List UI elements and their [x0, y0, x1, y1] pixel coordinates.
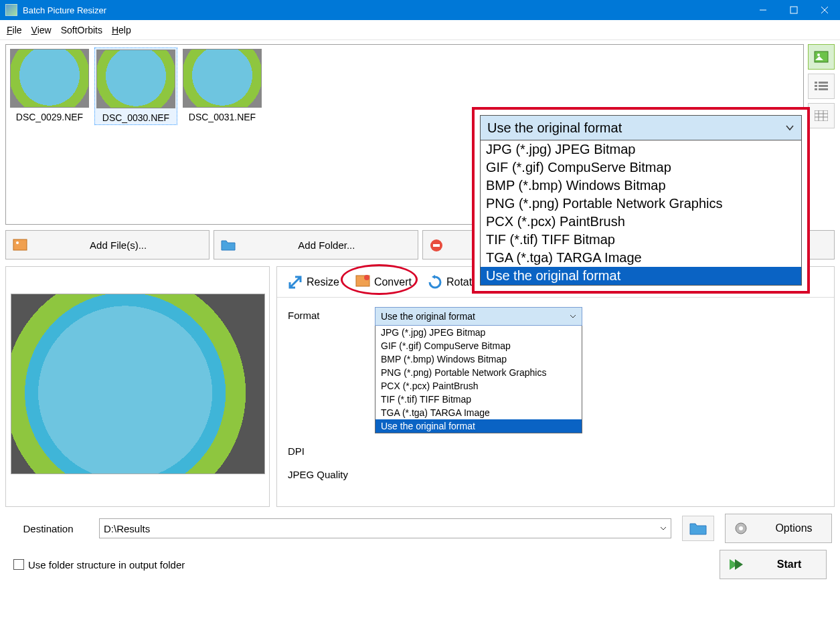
view-thumbnails-button[interactable]: [808, 44, 835, 70]
add-folder-button[interactable]: Add Folder...: [214, 230, 418, 260]
start-button[interactable]: Start: [720, 550, 827, 579]
thumbnail-image: [183, 49, 262, 108]
svg-rect-1: [790, 7, 797, 13]
thumbnail-item[interactable]: DSC_0029.NEF: [9, 47, 90, 124]
svg-rect-20: [433, 244, 440, 247]
thumbnail-item[interactable]: DSC_0031.NEF: [181, 47, 263, 124]
format-option[interactable]: PNG (*.png) Portable Network Graphics: [375, 366, 582, 379]
folder-icon: [221, 239, 236, 251]
svg-rect-6: [815, 82, 817, 84]
button-label: Options: [756, 522, 831, 534]
svg-rect-8: [815, 85, 817, 87]
overlay-option[interactable]: GIF (*.gif) CompuServe Bitmap: [481, 159, 801, 177]
menu-file[interactable]: File: [7, 25, 22, 35]
svg-rect-11: [819, 88, 828, 90]
button-label: Start: [752, 558, 826, 571]
folder-structure-checkbox[interactable]: [13, 559, 24, 570]
svg-rect-7: [819, 82, 828, 84]
button-label: Add Folder...: [242, 239, 410, 251]
svg-rect-10: [815, 88, 817, 90]
menu-view[interactable]: View: [31, 25, 52, 35]
format-option[interactable]: JPG (*.jpg) JPEG Bitmap: [375, 326, 582, 339]
overlay-option[interactable]: PNG (*.png) Portable Network Graphics: [481, 195, 801, 213]
button-label: Add File(s)...: [34, 239, 202, 251]
rotate-icon: [428, 275, 442, 290]
thumbnail-caption: DSC_0029.NEF: [10, 112, 89, 122]
checkbox-label: Use folder structure in output folder: [28, 559, 185, 571]
add-files-button[interactable]: Add File(s)...: [5, 230, 209, 260]
format-option[interactable]: TIF (*.tif) TIFF Bitmap: [375, 393, 582, 406]
format-option[interactable]: GIF (*.gif) CompuServe Bitmap: [375, 339, 582, 352]
gear-icon: [734, 521, 748, 536]
overlay-format-select[interactable]: Use the original format: [480, 115, 802, 140]
svg-rect-17: [13, 239, 27, 250]
tab-label: Convert: [374, 276, 412, 288]
thumbnail-image: [10, 49, 89, 108]
tab-convert[interactable]: Convert: [347, 267, 420, 297]
format-option[interactable]: BMP (*.bmp) Windows Bitmap: [375, 352, 582, 366]
remove-icon: [430, 239, 444, 251]
overlay-select-value: Use the original format: [487, 120, 622, 136]
svg-point-24: [739, 526, 743, 530]
window-title: Batch Picture Resizer: [23, 5, 106, 15]
format-select-value: Use the original format: [381, 311, 475, 322]
app-icon: [5, 4, 17, 16]
svg-rect-4: [815, 51, 828, 62]
format-option[interactable]: TGA (*.tga) TARGA Image: [375, 406, 582, 419]
destination-value: D:\Results: [104, 523, 150, 534]
preview-image: [11, 294, 265, 474]
destination-field[interactable]: D:\Results: [99, 518, 671, 538]
jpeg-quality-label: JPEG Quality: [288, 466, 375, 480]
svg-rect-9: [819, 85, 828, 87]
thumbnail-caption: DSC_0030.NEF: [96, 112, 175, 123]
overlay-dropdown-list[interactable]: JPG (*.jpg) JPEG Bitmap GIF (*.gif) Comp…: [480, 140, 802, 286]
picture-icon: [355, 275, 370, 290]
chevron-down-icon[interactable]: [660, 525, 667, 532]
format-label: Format: [288, 307, 375, 321]
thumbnail-item[interactable]: DSC_0030.NEF: [94, 47, 177, 125]
chevron-down-icon: [570, 313, 576, 320]
view-grid-button[interactable]: [808, 103, 835, 128]
close-button[interactable]: [809, 0, 840, 20]
tab-resize[interactable]: Resize: [280, 267, 347, 297]
browse-button[interactable]: [682, 516, 714, 541]
settings-panel: Resize Convert Rotate Format Use the ori…: [276, 266, 835, 507]
minimize-button[interactable]: [748, 0, 778, 20]
overlay-option[interactable]: TGA (*.tga) TARGA Image: [481, 249, 801, 267]
overlay-option[interactable]: Use the original format: [481, 267, 801, 285]
overlay-option[interactable]: JPG (*.jpg) JPEG Bitmap: [481, 140, 801, 159]
format-select[interactable]: Use the original format: [375, 307, 582, 326]
menu-softorbits[interactable]: SoftOrbits: [61, 25, 102, 35]
format-option[interactable]: PCX (*.pcx) PaintBrush: [375, 379, 582, 393]
format-option[interactable]: Use the original format: [375, 419, 582, 433]
options-button[interactable]: Options: [725, 514, 832, 543]
side-toolbar: [808, 44, 835, 225]
play-icon: [728, 558, 744, 571]
view-list-button[interactable]: [808, 74, 835, 99]
svg-point-18: [16, 241, 19, 244]
menu-help[interactable]: Help: [112, 25, 131, 35]
menubar: File View SoftOrbits Help: [0, 20, 840, 40]
resize-icon: [288, 275, 303, 290]
titlebar: Batch Picture Resizer: [0, 0, 840, 20]
svg-point-5: [817, 54, 820, 56]
chevron-down-icon: [785, 123, 794, 132]
destination-label: Destination: [8, 523, 88, 534]
preview-pane: [5, 266, 270, 507]
overlay-option[interactable]: TIF (*.tif) TIFF Bitmap: [481, 231, 801, 249]
overlay-option[interactable]: PCX (*.pcx) PaintBrush: [481, 213, 801, 231]
format-dropdown-list[interactable]: JPG (*.jpg) JPEG Bitmap GIF (*.gif) Comp…: [375, 326, 582, 433]
tab-label: Resize: [307, 276, 339, 288]
annotation-overlay: Use the original format JPG (*.jpg) JPEG…: [472, 107, 810, 294]
svg-rect-12: [815, 110, 828, 121]
picture-add-icon: [13, 239, 27, 251]
maximize-button[interactable]: [778, 0, 809, 20]
dpi-label: DPI: [288, 443, 375, 457]
svg-point-22: [364, 275, 369, 280]
overlay-option[interactable]: BMP (*.bmp) Windows Bitmap: [481, 177, 801, 195]
thumbnail-image: [96, 49, 175, 108]
thumbnail-caption: DSC_0031.NEF: [183, 112, 262, 122]
